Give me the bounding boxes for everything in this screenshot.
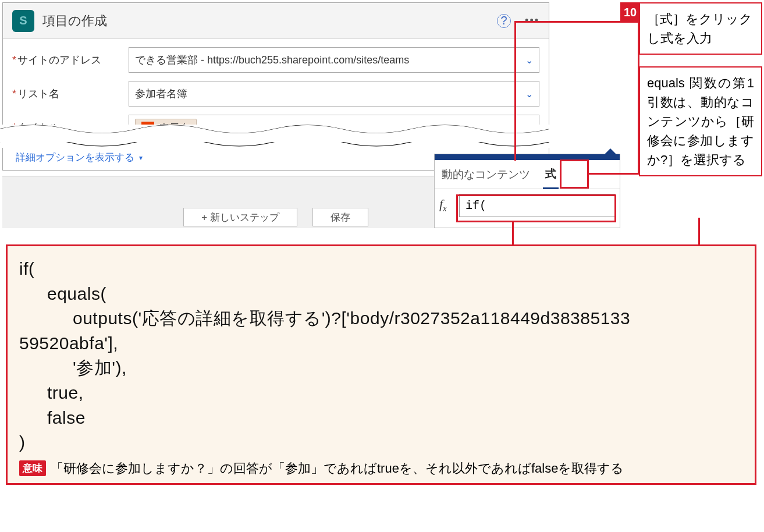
value-site-address: できる営業部 - https://buch255.sharepoint.com/… xyxy=(135,53,409,67)
connector-line xyxy=(638,21,639,174)
expression-code-block: if( equals( outputs('応答の詳細を取得する')?['body… xyxy=(6,244,756,485)
code-line: equals( xyxy=(19,282,743,307)
code-line: '参加'), xyxy=(19,356,743,381)
code-line: false xyxy=(19,406,743,431)
expression-panel: 動的なコンテンツ 式 fx if( xyxy=(434,154,620,228)
panel-accent xyxy=(435,154,620,160)
input-list-name[interactable]: 参加者名簿 ⌄ xyxy=(129,81,539,107)
callout-desc-text: equals 関数の第1引数は、動的なコンテンツから［研修会に参加しますか?］を… xyxy=(647,76,754,167)
callout-step-text: ［式］をクリックし式を入力 xyxy=(647,12,752,45)
step-number-badge: 10 xyxy=(620,2,640,22)
brand-letter: S xyxy=(19,14,27,27)
code-line: 59520abfa'], xyxy=(19,334,118,353)
save-button[interactable]: 保存 xyxy=(312,208,368,226)
meaning-row: 意味 「研修会に参加しますか？」の回答が「参加」であればtrueを、それ以外であ… xyxy=(19,460,743,477)
chevron-down-icon: ▾ xyxy=(139,154,143,162)
advanced-options-label: 詳細オプションを表示する xyxy=(16,151,134,164)
connector-line xyxy=(512,222,514,246)
card-body: *サイトのアドレス できる営業部 - https://buch255.share… xyxy=(3,39,549,170)
card-header: S 項目の作成 ? ••• xyxy=(3,3,549,39)
value-list-name: 参加者名簿 xyxy=(135,87,187,101)
torn-section xyxy=(0,125,549,148)
callout-step-10: 10 ［式］をクリックし式を入力 xyxy=(639,2,762,55)
expression-tabs: 動的なコンテンツ 式 xyxy=(435,160,620,189)
chevron-down-icon[interactable]: ⌄ xyxy=(525,55,533,66)
card-title: 項目の作成 xyxy=(42,12,497,30)
tab-expression[interactable]: 式 xyxy=(543,160,559,189)
label-site-address: *サイトのアドレス xyxy=(12,53,129,67)
row-site-address: *サイトのアドレス できる営業部 - https://buch255.share… xyxy=(12,47,539,73)
meaning-text: 「研修会に参加しますか？」の回答が「参加」であればtrueを、それ以外であればf… xyxy=(51,460,624,477)
code-line: outputs('応答の詳細を取得する')?['body/r3027352a11… xyxy=(19,306,743,331)
connector-line xyxy=(698,218,700,246)
chevron-down-icon[interactable]: ⌄ xyxy=(525,88,533,100)
code-text: if( equals( outputs('応答の詳細を取得する')?['body… xyxy=(19,257,743,455)
sharepoint-icon: S xyxy=(12,10,34,32)
meaning-badge: 意味 xyxy=(19,460,46,476)
expression-input-row: fx if( xyxy=(435,189,620,222)
connector-line xyxy=(589,173,639,175)
label-list-name: *リスト名 xyxy=(12,87,129,101)
code-line: true, xyxy=(19,381,743,406)
expression-input-value: if( xyxy=(465,199,486,212)
row-list-name: *リスト名 参加者名簿 ⌄ xyxy=(12,81,539,107)
callout-equals-desc: equals 関数の第1引数は、動的なコンテンツから［研修会に参加しますか?］を… xyxy=(639,66,762,176)
code-line: ) xyxy=(19,432,26,452)
connector-line xyxy=(514,21,516,161)
connector-line xyxy=(514,21,638,23)
input-site-address[interactable]: できる営業部 - https://buch255.sharepoint.com/… xyxy=(129,47,539,73)
code-line: if( xyxy=(19,259,35,278)
expression-input[interactable]: if( xyxy=(459,194,615,217)
help-icon[interactable]: ? xyxy=(497,14,511,28)
new-step-button[interactable]: + 新しいステップ xyxy=(183,208,297,226)
tab-dynamic-content[interactable]: 動的なコンテンツ xyxy=(439,160,532,189)
fx-icon: fx xyxy=(439,197,459,214)
